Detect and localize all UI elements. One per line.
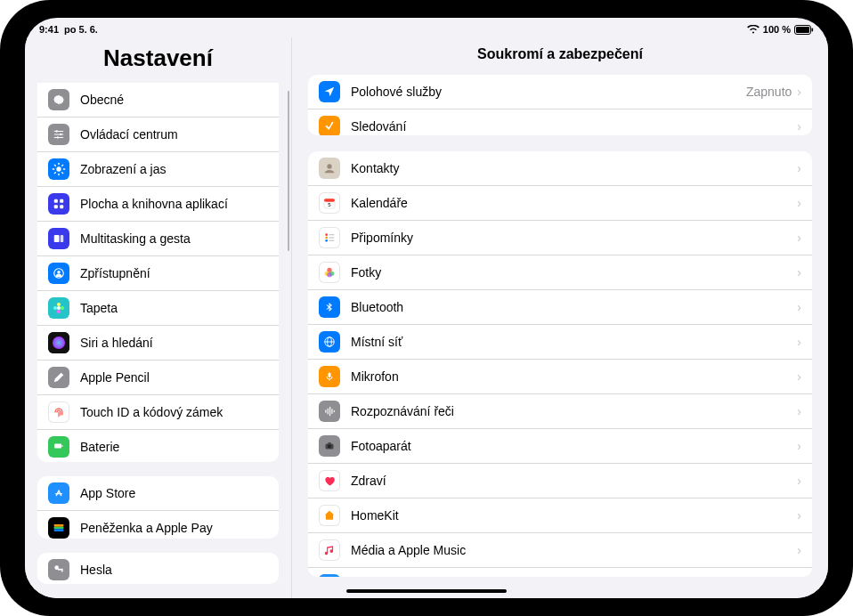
svg-point-32: [53, 336, 65, 349]
chevron-right-icon: ›: [797, 474, 801, 488]
chevron-right-icon: ›: [797, 119, 801, 134]
sidebar-item-multitasking[interactable]: Multitasking a gesta: [37, 222, 279, 256]
battery-icon: [794, 25, 814, 35]
privacy-item-label: Místní síť: [351, 335, 797, 349]
sidebar-item-battery[interactable]: Baterie: [37, 430, 279, 462]
privacy-item-media[interactable]: Média a Apple Music›: [308, 533, 812, 568]
sidebar-item-label: Multitasking a gesta: [80, 231, 268, 246]
sidebar-title: Nastavení: [25, 37, 291, 83]
status-bar: 9:41 po 5. 6. 100 %: [25, 18, 828, 37]
privacy-item-tracking[interactable]: Sledování›: [308, 109, 812, 135]
svg-rect-44: [324, 199, 335, 201]
wifi-icon: [747, 25, 760, 34]
sidebar-item-label: Obecné: [80, 93, 268, 107]
heart-icon: [319, 470, 340, 491]
privacy-item-label: Rozpoznávání řeči: [351, 404, 797, 418]
privacy-item-camera[interactable]: Fotoaparát›: [308, 429, 812, 464]
photos-icon: [319, 262, 340, 283]
svg-rect-68: [329, 442, 331, 444]
privacy-item-value: Zapnuto: [746, 85, 792, 99]
privacy-item-speech[interactable]: Rozpoznávání řeči›: [308, 394, 812, 429]
privacy-item-label: HomeKit: [351, 508, 797, 523]
privacy-item-label: Připomínky: [351, 231, 797, 245]
detail-title: Soukromí a zabezpečení: [292, 37, 828, 75]
location-icon: [319, 81, 340, 102]
privacy-item-health[interactable]: Zdraví›: [308, 464, 812, 498]
home-indicator[interactable]: [346, 589, 507, 593]
privacy-item-calendars[interactable]: 5Kalendáře›: [308, 186, 812, 221]
svg-point-7: [60, 134, 61, 135]
svg-point-46: [325, 233, 328, 236]
svg-point-28: [57, 310, 61, 313]
globe-icon: [319, 331, 340, 353]
bluetooth-icon: [319, 296, 340, 318]
sidebar-item-label: Peněženka a Apple Pay: [80, 521, 268, 535]
svg-rect-40: [58, 569, 63, 571]
privacy-item-contacts[interactable]: Kontakty›: [308, 151, 812, 186]
sidebar-item-pencil[interactable]: Apple Pencil: [37, 361, 279, 395]
calendar-icon: 5: [319, 192, 340, 214]
sidebar-item-home-screen[interactable]: Plocha a knihovna aplikací: [37, 187, 279, 222]
sidebar-item-label: App Store: [80, 486, 268, 500]
svg-rect-2: [812, 28, 814, 31]
privacy-item-label: Bluetooth: [351, 300, 797, 314]
sidebar-item-siri[interactable]: Siri a hledání: [37, 326, 279, 361]
privacy-item-photos[interactable]: Fotky›: [308, 255, 812, 290]
detail-group: Kontakty›5Kalendáře›Připomínky›Fotky›Blu…: [308, 151, 812, 577]
contacts-icon: [319, 158, 340, 179]
svg-rect-19: [60, 199, 63, 203]
sidebar-item-label: Tapeta: [80, 301, 268, 315]
sidebar-item-general[interactable]: Obecné: [37, 83, 279, 118]
svg-line-15: [62, 173, 63, 174]
sidebar-item-label: Plocha a knihovna aplikací: [80, 197, 268, 211]
svg-rect-38: [54, 529, 64, 531]
music-icon: [319, 539, 340, 561]
privacy-item-label: Média a Apple Music: [351, 543, 797, 557]
privacy-item-files[interactable]: Soubory a složky›: [308, 568, 812, 577]
privacy-item-homekit[interactable]: HomeKit›: [308, 498, 812, 533]
chevron-right-icon: ›: [797, 196, 801, 210]
svg-point-48: [325, 239, 328, 242]
svg-point-25: [57, 271, 61, 274]
svg-rect-36: [54, 524, 64, 527]
sidebar-item-appstore[interactable]: App Store: [37, 476, 279, 511]
svg-rect-22: [54, 235, 60, 242]
sidebar-item-display[interactable]: Zobrazení a jas: [37, 152, 279, 187]
svg-rect-1: [796, 27, 809, 33]
detail-pane[interactable]: Soukromí a zabezpečení Polohové službyZa…: [292, 37, 828, 598]
settings-sidebar[interactable]: Nastavení ObecnéOvládací centrumZobrazen…: [25, 37, 292, 598]
scroll-indicator[interactable]: [288, 91, 290, 251]
person-icon: [48, 263, 69, 284]
sidebar-item-passwords[interactable]: Hesla: [37, 553, 279, 584]
chevron-right-icon: ›: [797, 508, 801, 523]
svg-rect-34: [62, 445, 63, 447]
svg-rect-20: [54, 205, 58, 208]
folder-icon: [319, 574, 340, 577]
sidebar-item-wallet[interactable]: Peněženka a Apple Pay: [37, 511, 279, 539]
svg-point-67: [328, 444, 331, 448]
sidebar-item-accessibility[interactable]: Zpřístupnění: [37, 256, 279, 291]
privacy-item-location[interactable]: Polohové službyZapnuto›: [308, 75, 812, 109]
mic-icon: [319, 366, 340, 387]
sidebar-item-label: Baterie: [80, 440, 268, 454]
svg-line-17: [62, 165, 63, 166]
privacy-item-reminders[interactable]: Připomínky›: [308, 221, 812, 255]
reminders-icon: [319, 227, 340, 248]
sidebar-item-control-center[interactable]: Ovládací centrum: [37, 118, 279, 152]
sidebar-item-touchid[interactable]: Touch ID a kódový zámek: [37, 395, 279, 430]
status-date: po 5. 6.: [64, 24, 98, 35]
privacy-item-microphone[interactable]: Mikrofon›: [308, 360, 812, 394]
svg-rect-59: [329, 372, 331, 377]
chevron-right-icon: ›: [797, 161, 801, 175]
privacy-item-bluetooth[interactable]: Bluetooth›: [308, 290, 812, 325]
privacy-item-localnet[interactable]: Místní síť›: [308, 325, 812, 360]
device-frame: 9:41 po 5. 6. 100 % Nastavení ObecnéOvlá…: [0, 0, 853, 616]
camera-icon: [319, 435, 340, 457]
chevron-right-icon: ›: [797, 404, 801, 418]
svg-rect-3: [54, 131, 64, 132]
appstore-icon: [48, 482, 69, 504]
sidebar-item-wallpaper[interactable]: Tapeta: [37, 291, 279, 326]
svg-point-47: [325, 236, 328, 239]
svg-line-16: [54, 173, 55, 174]
flower-icon: [48, 297, 69, 319]
